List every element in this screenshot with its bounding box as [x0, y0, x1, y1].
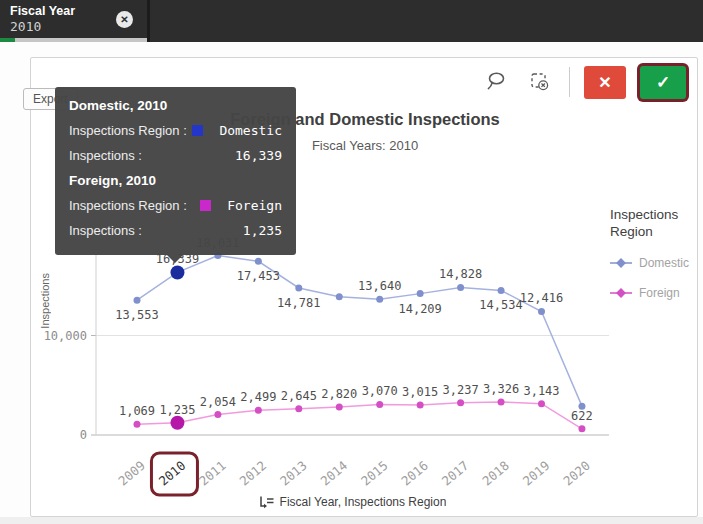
- selection-progress-fill: [0, 38, 15, 42]
- tooltip-value: 16,339: [235, 148, 282, 163]
- data-label-domestic-2018: 14,534: [479, 298, 522, 312]
- data-point-foreign-2019[interactable]: [538, 400, 545, 407]
- y-tick-label: 0: [80, 428, 87, 442]
- bottom-strip: [0, 517, 703, 524]
- data-point-domestic-2013[interactable]: [295, 284, 302, 291]
- data-point-foreign-2017[interactable]: [457, 399, 464, 406]
- data-point-foreign-2014[interactable]: [336, 403, 343, 410]
- data-point-domestic-2012[interactable]: [255, 258, 262, 265]
- x-tick-label-2015[interactable]: 2015: [358, 458, 391, 489]
- tooltip-value: 1,235: [243, 223, 282, 238]
- data-point-domestic-2015[interactable]: [376, 296, 383, 303]
- x-axis-legend-label: Fiscal Year, Inspections Region: [280, 495, 447, 509]
- tooltip-header: Foreign, 2010: [69, 173, 282, 188]
- x-axis-legend: Fiscal Year, Inspections Region: [96, 495, 609, 509]
- tooltip-row: Inspections Region : Domestic: [69, 123, 282, 138]
- tooltip: Domestic, 2010 Inspections Region : Dome…: [55, 87, 296, 255]
- data-point-domestic-2019[interactable]: [538, 308, 545, 315]
- x-tick-label-2011[interactable]: 2011: [196, 458, 229, 489]
- data-label-domestic-2017: 14,828: [439, 267, 482, 281]
- selection-chip-fiscal-year[interactable]: Fiscal Year 2010 ✕: [0, 0, 150, 42]
- y-tick-label: 10,000: [44, 329, 87, 343]
- data-point-domestic-2009[interactable]: [134, 297, 141, 304]
- data-point-foreign-2015[interactable]: [376, 401, 383, 408]
- data-label-foreign-2020: 622: [571, 409, 593, 423]
- tooltip-value: Foreign: [227, 198, 282, 213]
- x-tick-label-2012[interactable]: 2012: [237, 458, 270, 489]
- x-tick-label-2016[interactable]: 2016: [398, 458, 431, 489]
- legend-label: Domestic: [639, 256, 689, 270]
- data-label-foreign-2011: 2,054: [200, 395, 236, 409]
- data-label-domestic-2019: 12,416: [520, 291, 563, 305]
- data-point-domestic-2010[interactable]: [170, 265, 184, 279]
- tooltip-header: Domestic, 2010: [69, 98, 282, 113]
- data-point-domestic-2014[interactable]: [336, 293, 343, 300]
- data-point-foreign-2018[interactable]: [498, 398, 505, 405]
- data-point-foreign-2010[interactable]: [170, 416, 184, 430]
- data-point-foreign-2013[interactable]: [295, 405, 302, 412]
- x-tick-label-2013[interactable]: 2013: [277, 458, 310, 489]
- tooltip-label: Inspections :: [69, 148, 142, 163]
- legend-marker-foreign: [610, 288, 632, 298]
- tooltip-row: Inspections : 16,339: [69, 148, 282, 163]
- tooltip-value: Domestic: [219, 123, 282, 138]
- tooltip-label: Inspections Region :: [69, 123, 187, 138]
- data-label-foreign-2016: 3,015: [402, 385, 438, 399]
- data-label-foreign-2015: 3,070: [362, 384, 398, 398]
- selection-bar: Fiscal Year 2010 ✕: [0, 0, 703, 42]
- selection-value: 2010: [10, 19, 41, 34]
- data-label-foreign-2013: 2,645: [281, 389, 317, 403]
- x-tick-label-2014[interactable]: 2014: [317, 458, 350, 489]
- legend-item-foreign[interactable]: Foreign: [610, 286, 696, 300]
- x-tick-label-2017[interactable]: 2017: [439, 458, 472, 489]
- data-point-domestic-2017[interactable]: [457, 284, 464, 291]
- tooltip-row: Inspections : 1,235: [69, 223, 282, 238]
- data-label-domestic-2013: 14,781: [277, 296, 320, 310]
- data-label-foreign-2014: 2,820: [321, 387, 357, 401]
- x-tick-label-2019[interactable]: 2019: [520, 458, 553, 489]
- domestic-swatch: [192, 125, 203, 136]
- dimension-drill-icon: [259, 495, 274, 509]
- data-label-foreign-2010: 1,235: [159, 403, 195, 417]
- data-label-foreign-2009: 1,069: [119, 404, 155, 418]
- selection-progress-track: [0, 38, 147, 42]
- data-point-domestic-2016[interactable]: [417, 290, 424, 297]
- x-tick-label-2020[interactable]: 2020: [560, 458, 593, 489]
- data-point-foreign-2016[interactable]: [417, 402, 424, 409]
- foreign-swatch: [200, 200, 211, 211]
- data-point-foreign-2011[interactable]: [214, 411, 221, 418]
- tooltip-row: Inspections Region : Foreign: [69, 198, 282, 213]
- data-label-domestic-2009: 13,553: [115, 308, 158, 322]
- selection-field-label: Fiscal Year: [10, 4, 75, 18]
- legend-label: Foreign: [639, 286, 680, 300]
- close-icon[interactable]: ✕: [116, 11, 133, 28]
- data-point-foreign-2012[interactable]: [255, 407, 262, 414]
- data-label-foreign-2012: 2,499: [240, 390, 276, 404]
- tooltip-label: Inspections :: [69, 223, 142, 238]
- data-label-domestic-2016: 14,209: [398, 302, 441, 316]
- x-tick-label-2018[interactable]: 2018: [479, 458, 512, 489]
- data-label-foreign-2017: 3,237: [443, 383, 479, 397]
- tooltip-caret: [167, 255, 183, 263]
- tooltip-label: Inspections Region :: [69, 198, 187, 213]
- data-point-foreign-2020[interactable]: [578, 425, 585, 432]
- data-label-domestic-2012: 17,453: [237, 269, 280, 283]
- legend-title: Inspections Region: [610, 206, 696, 240]
- data-label-foreign-2019: 3,143: [523, 384, 559, 398]
- x-tick-label-2009[interactable]: 2009: [115, 458, 148, 489]
- data-point-foreign-2009[interactable]: [134, 421, 141, 428]
- data-label-domestic-2015: 13,640: [358, 279, 401, 293]
- legend-marker-domestic: [610, 258, 632, 268]
- legend-item-domestic[interactable]: Domestic: [610, 256, 696, 270]
- chart-legend: Inspections Region Domestic Foreign: [610, 206, 696, 316]
- data-label-foreign-2018: 3,326: [483, 382, 519, 396]
- data-point-domestic-2018[interactable]: [498, 287, 505, 294]
